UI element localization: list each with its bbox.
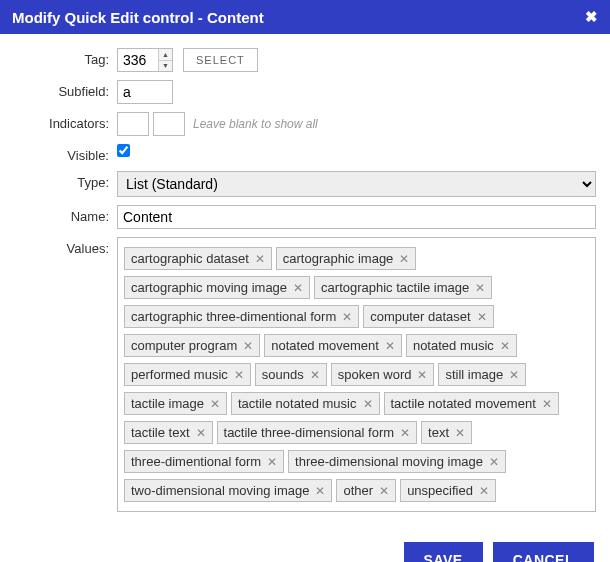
value-tag[interactable]: computer program✕ [124,334,260,357]
remove-tag-icon[interactable]: ✕ [210,397,220,411]
remove-tag-icon[interactable]: ✕ [509,368,519,382]
value-tag-label: cartographic image [283,251,394,266]
remove-tag-icon[interactable]: ✕ [196,426,206,440]
value-tag-label: tactile notated music [238,396,357,411]
dialog-body: Tag: ▲ ▼ SELECT Subfield: Indicators: [0,34,610,526]
remove-tag-icon[interactable]: ✕ [475,281,485,295]
value-tag[interactable]: tactile three-dimensional form✕ [217,421,418,444]
indicator2-input[interactable] [153,112,185,136]
value-tag[interactable]: text✕ [421,421,472,444]
remove-tag-icon[interactable]: ✕ [315,484,325,498]
subfield-input[interactable] [117,80,173,104]
value-tag[interactable]: computer dataset✕ [363,305,493,328]
remove-tag-icon[interactable]: ✕ [379,484,389,498]
name-input[interactable] [117,205,596,229]
type-label: Type: [14,171,117,190]
value-tag-label: three-dimensional moving image [295,454,483,469]
value-tag[interactable]: unspecified✕ [400,479,496,502]
value-tag-label: spoken word [338,367,412,382]
value-tag[interactable]: cartographic image✕ [276,247,417,270]
indicator-hint: Leave blank to show all [193,117,318,131]
value-tag[interactable]: tactile text✕ [124,421,213,444]
value-tag-label: tactile image [131,396,204,411]
remove-tag-icon[interactable]: ✕ [342,310,352,324]
value-tag-label: still image [445,367,503,382]
remove-tag-icon[interactable]: ✕ [479,484,489,498]
values-label: Values: [14,237,117,256]
value-tag-label: cartographic tactile image [321,280,469,295]
value-tag-label: text [428,425,449,440]
remove-tag-icon[interactable]: ✕ [267,455,277,469]
titlebar: Modify Quick Edit control - Content ✖ [0,0,610,34]
value-tag-label: tactile three-dimensional form [224,425,395,440]
value-tag-label: unspecified [407,483,473,498]
value-tag[interactable]: sounds✕ [255,363,327,386]
select-button[interactable]: SELECT [183,48,258,72]
value-tag-label: cartographic dataset [131,251,249,266]
value-tag[interactable]: notated music✕ [406,334,517,357]
value-tag-label: other [343,483,373,498]
close-icon[interactable]: ✖ [585,8,598,26]
value-tag[interactable]: three-dimentional form✕ [124,450,284,473]
value-tag-label: notated movement [271,338,379,353]
dialog: Modify Quick Edit control - Content ✖ Ta… [0,0,610,562]
value-tag-label: tactile notated movement [391,396,536,411]
value-tag[interactable]: tactile notated movement✕ [384,392,559,415]
value-tag[interactable]: spoken word✕ [331,363,435,386]
cancel-button[interactable]: CANCEL [493,542,594,562]
value-tag-label: cartographic three-dimentional form [131,309,336,324]
save-button[interactable]: SAVE [404,542,483,562]
remove-tag-icon[interactable]: ✕ [400,426,410,440]
remove-tag-icon[interactable]: ✕ [310,368,320,382]
remove-tag-icon[interactable]: ✕ [489,455,499,469]
value-tag[interactable]: cartographic dataset✕ [124,247,272,270]
remove-tag-icon[interactable]: ✕ [417,368,427,382]
value-tag-label: sounds [262,367,304,382]
remove-tag-icon[interactable]: ✕ [542,397,552,411]
remove-tag-icon[interactable]: ✕ [399,252,409,266]
value-tag[interactable]: three-dimensional moving image✕ [288,450,506,473]
visible-checkbox[interactable] [117,144,130,157]
value-tag[interactable]: cartographic three-dimentional form✕ [124,305,359,328]
value-tag[interactable]: other✕ [336,479,396,502]
subfield-label: Subfield: [14,80,117,99]
value-tag-label: computer dataset [370,309,470,324]
visible-label: Visible: [14,144,117,163]
value-tag[interactable]: cartographic moving image✕ [124,276,310,299]
dialog-title: Modify Quick Edit control - Content [12,9,264,26]
remove-tag-icon[interactable]: ✕ [385,339,395,353]
value-tag[interactable]: tactile image✕ [124,392,227,415]
value-tag[interactable]: cartographic tactile image✕ [314,276,492,299]
dialog-footer: SAVE CANCEL [0,526,610,562]
remove-tag-icon[interactable]: ✕ [477,310,487,324]
remove-tag-icon[interactable]: ✕ [500,339,510,353]
value-tag-label: cartographic moving image [131,280,287,295]
value-tag[interactable]: performed music✕ [124,363,251,386]
value-tag-label: two-dimensional moving image [131,483,309,498]
indicator1-input[interactable] [117,112,149,136]
values-box[interactable]: cartographic dataset✕cartographic image✕… [117,237,596,512]
remove-tag-icon[interactable]: ✕ [234,368,244,382]
value-tag[interactable]: two-dimensional moving image✕ [124,479,332,502]
name-label: Name: [14,205,117,224]
value-tag[interactable]: notated movement✕ [264,334,402,357]
value-tag-label: tactile text [131,425,190,440]
remove-tag-icon[interactable]: ✕ [455,426,465,440]
value-tag-label: three-dimentional form [131,454,261,469]
value-tag[interactable]: still image✕ [438,363,526,386]
value-tag[interactable]: tactile notated music✕ [231,392,380,415]
remove-tag-icon[interactable]: ✕ [363,397,373,411]
tag-label: Tag: [14,48,117,67]
tag-spinner: ▲ ▼ [158,49,172,71]
value-tag-label: computer program [131,338,237,353]
type-select[interactable]: List (Standard) [117,171,596,197]
remove-tag-icon[interactable]: ✕ [243,339,253,353]
tag-step-down[interactable]: ▼ [158,61,172,72]
value-tag-label: performed music [131,367,228,382]
indicators-label: Indicators: [14,112,117,131]
value-tag-label: notated music [413,338,494,353]
tag-step-up[interactable]: ▲ [158,49,172,61]
remove-tag-icon[interactable]: ✕ [293,281,303,295]
remove-tag-icon[interactable]: ✕ [255,252,265,266]
